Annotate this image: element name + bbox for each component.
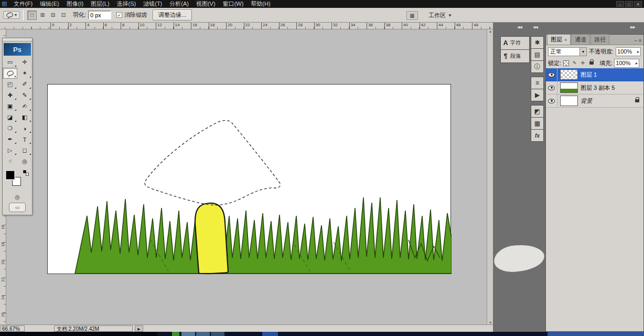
visibility-toggle[interactable] [546,81,557,94]
move-tool[interactable]: ✛ [17,57,32,68]
quick-selection-tool[interactable]: ✶ [17,68,32,79]
shape-tool[interactable]: ◻ [17,145,32,156]
lock-all-icon[interactable] [588,60,595,67]
layer-name[interactable]: 背景 [581,97,635,105]
fill-input[interactable]: 100% ▸ [614,59,639,68]
menu-item[interactable]: 文件(F) [10,0,36,8]
navigator-panel-icon[interactable]: ▤ [531,48,544,61]
lock-transparency-icon[interactable] [563,60,570,67]
history-brush-tool[interactable]: ✍ [17,101,32,112]
collapse-dock-icon[interactable]: ◀◀ [533,25,538,29]
ruler-number: 18 [209,23,227,29]
ruler-number: 10 [138,23,156,29]
close-icon[interactable]: ✕ [634,1,642,7]
menu-item[interactable]: 分析(A) [166,0,192,8]
palette-grip[interactable] [3,38,32,42]
paragraph-panel-button[interactable]: ¶ 段落 [500,49,530,63]
tab-paths[interactable]: 路径 [591,34,609,45]
tab-channels[interactable]: 通道 [571,34,590,45]
layer-name[interactable]: 图层 1 [581,71,643,79]
menu-item[interactable]: 编辑(E) [36,0,63,8]
layer-thumbnail[interactable] [560,69,578,80]
menu-item[interactable]: 图像(I) [63,0,87,8]
refine-edge-button[interactable]: 调整边缘... [153,9,192,20]
layer-row-background[interactable]: 背景 [546,94,643,108]
windows-taskbar[interactable] [0,332,644,336]
launch-bridge-icon[interactable]: ▦ [406,11,418,20]
dodge-tool[interactable]: ◑ [17,123,32,134]
layer-name[interactable]: 图层 3 副本 5 [581,84,643,92]
info-panel-icon[interactable]: ⓘ [531,60,544,73]
menu-item[interactable]: 滤镜(T) [139,0,166,8]
layer-row-layer1[interactable]: 图层 1 [546,68,643,81]
ruler-number: 8 [121,23,138,29]
tab-layers[interactable]: 图层 × [547,34,571,45]
lasso-tool[interactable] [3,68,17,79]
horizontal-ruler[interactable]: 0246810121416182022242628303234363840424… [0,23,493,29]
zoom-level-field[interactable]: 66.67% [1,326,25,332]
layer-thumbnail[interactable] [560,82,578,93]
screen-mode-button[interactable]: ▭ [9,203,26,212]
histogram-panel-icon[interactable]: ≡ [531,77,544,89]
foreground-color-swatch[interactable] [6,171,15,180]
actions-panel-icon[interactable]: ▶ [531,89,544,101]
lock-position-icon[interactable]: ✛ [579,60,586,67]
blend-mode-dropdown[interactable]: 正常 ▾ [548,47,587,56]
panel-minimize-icon[interactable]: – [635,38,637,43]
path-selection-tool[interactable]: ▷ [3,145,17,156]
scroll-up-icon[interactable]: ▲ [489,29,492,33]
lock-icon [635,99,639,102]
intersect-selection-button[interactable]: ⊡ [59,10,68,20]
quick-mask-button[interactable]: ◎ [12,193,23,201]
eyedropper-tool[interactable]: ✐ [17,79,32,90]
menu-item[interactable]: 视图(V) [192,0,219,8]
new-selection-button[interactable]: □ [27,10,37,20]
menu-item[interactable]: 图层(L) [87,0,113,8]
eraser-tool[interactable]: ◪ [3,112,17,123]
layers-panel: 图层 × 通道 路径 – ≡ 正常 ▾ 不透明度: 100% ▸ [545,34,644,332]
styles-panel-icon[interactable]: ✱ [531,36,544,49]
subtract-from-selection-button[interactable]: ⊟ [48,10,58,20]
collapse-dock-icon[interactable]: ◀◀ [517,25,522,29]
zoom-tool[interactable]: ◎ [17,156,32,167]
pen-tool[interactable]: ✒ [3,134,17,145]
healing-brush-tool[interactable]: ✚ [3,90,17,101]
menu-item[interactable]: 帮助(H) [247,0,274,8]
status-bar-menu-arrow[interactable]: ▶ [135,326,143,332]
visibility-toggle[interactable] [546,68,557,81]
scroll-down-icon[interactable]: ▼ [489,321,492,324]
brush-tool[interactable]: ✎ [17,90,32,101]
layer-thumbnail[interactable] [560,96,578,106]
canvas[interactable] [47,84,451,274]
minimize-icon[interactable]: – [616,1,624,7]
collapse-dock-icon[interactable]: ▶▶ [630,25,635,29]
menu-item[interactable]: 选择(S) [113,0,140,8]
feather-input[interactable] [88,10,111,19]
workspace-dropdown[interactable]: 工作区 ▼ [425,10,455,20]
hand-tool[interactable]: ☝ [3,156,17,167]
visibility-toggle[interactable] [546,94,557,107]
panel-menu-icon[interactable]: ≡ [639,38,641,43]
color-panel-icon[interactable]: ◩ [531,105,544,118]
layer-row-layer3-copy5[interactable]: 图层 3 副本 5 [546,81,643,94]
close-tab-icon[interactable]: × [564,37,567,43]
antialias-checkbox[interactable]: ✓ [116,12,122,18]
rectangular-marquee-tool[interactable]: ▭ [3,57,17,68]
lock-pixels-icon[interactable]: ✎ [571,60,578,67]
ruler-number: 42 [420,23,437,29]
layer-effects-panel-icon[interactable]: fx [531,129,544,142]
add-to-selection-button[interactable]: ⊞ [38,10,47,20]
type-tool[interactable]: T [17,134,32,145]
gradient-tool[interactable]: ◧ [17,112,32,123]
tool-preset-picker[interactable]: ▾ [3,11,20,19]
panel-tab-bar: 图层 × 通道 路径 – ≡ [546,35,643,45]
clone-stamp-tool[interactable]: ▣ [3,101,17,112]
restore-icon[interactable]: □ [625,1,633,7]
swatches-panel-icon[interactable]: ▦ [531,117,544,130]
menu-item[interactable]: 窗口(W) [219,0,248,8]
opacity-input[interactable]: 100% ▸ [616,47,641,56]
blur-tool[interactable]: ❍ [3,123,17,134]
crop-tool[interactable]: ◰ [3,79,17,90]
default-colors-icon[interactable] [23,170,29,176]
character-panel-button[interactable]: A 字符 [500,36,530,50]
